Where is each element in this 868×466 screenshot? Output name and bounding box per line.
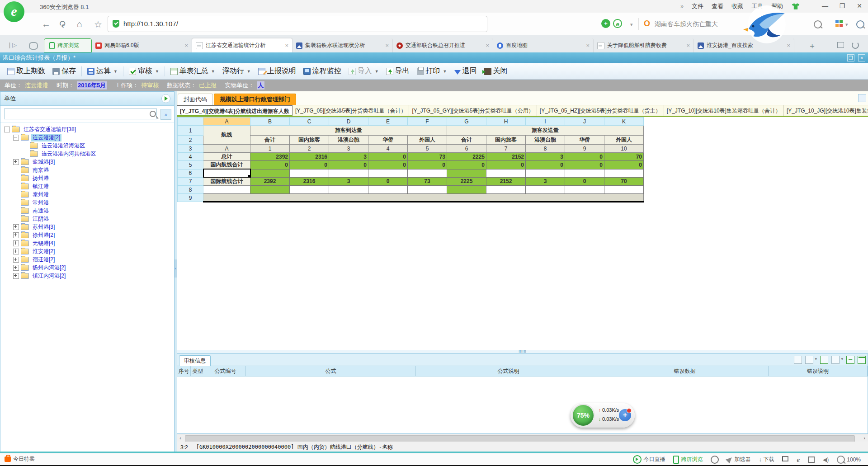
toolbar-button-上报说明[interactable]: 上报说明 xyxy=(255,65,300,78)
grid-code-cell[interactable]: 5 xyxy=(408,145,447,153)
grid-cell[interactable]: 0 xyxy=(604,161,644,169)
minimize-button[interactable]: — xyxy=(816,0,834,13)
sidebar-toggle-icon[interactable]: ❘▷ xyxy=(7,42,17,48)
column-header-I[interactable]: I xyxy=(526,118,565,126)
close-button[interactable]: ✕ xyxy=(851,0,868,13)
menu-collapse-icon[interactable]: » xyxy=(680,3,684,9)
grid-cell[interactable] xyxy=(486,169,526,177)
toolbar-button-取上期数[interactable]: 取上期数 xyxy=(4,65,49,78)
tree-item[interactable]: 南京港 xyxy=(0,166,174,174)
tree-item-label[interactable]: 连云港港内河其他港区 xyxy=(40,150,97,158)
grid-sub-header[interactable]: 合计 xyxy=(447,136,486,145)
tree-item-label[interactable]: 镇江港 xyxy=(31,183,50,190)
add-widget-button[interactable]: ＋ xyxy=(619,409,631,421)
tree-item[interactable]: 扬州港 xyxy=(0,174,174,182)
column-header-B[interactable]: B xyxy=(250,118,290,126)
grid-cell[interactable]: 3 xyxy=(329,177,368,186)
report-table-tab[interactable]: [Y_JTG_10][交统港10表]集装箱吞吐量（合计） xyxy=(664,105,784,116)
scroll-right-icon[interactable]: › xyxy=(861,435,868,442)
grid-cell[interactable] xyxy=(329,169,368,177)
grid-cell[interactable] xyxy=(447,169,486,177)
collapse-icon[interactable] xyxy=(13,135,19,141)
grid-cell[interactable]: 0 xyxy=(368,153,408,161)
home-icon[interactable]: ⌂ xyxy=(77,19,82,29)
tab-audit-info[interactable]: 审核信息 xyxy=(179,355,211,366)
toolbar-button-打印[interactable]: 打印▼ xyxy=(413,65,451,78)
grid-cell[interactable]: 3 xyxy=(526,153,565,161)
scrollbar-thumb[interactable] xyxy=(185,435,855,442)
grid-cell[interactable]: 3 xyxy=(526,177,565,186)
toolbar-button-关闭[interactable]: 关闭 xyxy=(481,65,511,78)
grid-cell[interactable]: 2225 xyxy=(447,153,486,161)
grid-sub-header[interactable]: 港澳台胞 xyxy=(526,136,565,145)
tree-item-label[interactable]: 南京港 xyxy=(31,166,50,174)
tree-item[interactable]: 泰州港 xyxy=(0,190,174,198)
chevron-down-icon[interactable]: ▾ xyxy=(845,22,848,28)
tab-close-icon[interactable]: × xyxy=(486,42,489,49)
grid-cell[interactable]: 2225 xyxy=(447,177,486,186)
grid-cell[interactable] xyxy=(250,169,290,177)
report-table-tab[interactable]: [Y_JTG_10_JG][交统港10表]集装箱吞吐量（ xyxy=(784,105,868,116)
find-in-page-icon[interactable] xyxy=(856,20,864,28)
grid-cell[interactable]: 2152 xyxy=(486,177,526,186)
column-header-K[interactable]: K xyxy=(604,118,644,126)
grid-cell[interactable]: 0 xyxy=(368,177,408,186)
tree-item[interactable]: 江阴港 xyxy=(0,215,174,223)
maximize-button[interactable]: ❐ xyxy=(834,0,851,13)
app-grid-icon[interactable] xyxy=(835,20,843,27)
bottombar-item[interactable] xyxy=(711,456,719,464)
expand-panel-icon[interactable] xyxy=(858,356,866,364)
tree-item-label[interactable]: 扬州内河港[2] xyxy=(31,264,67,272)
row-header[interactable]: 4 xyxy=(178,153,203,161)
grid-cell[interactable]: 70 xyxy=(604,153,644,161)
grid-code-cell[interactable]: 6 xyxy=(447,145,486,153)
tree-item[interactable]: 常州港 xyxy=(0,198,174,207)
grid-cell[interactable]: 0 xyxy=(565,153,604,161)
browser-tab[interactable]: 集装箱铁水联运现状分析× xyxy=(292,38,393,52)
tree-item-label[interactable]: 连云港港[2] xyxy=(31,134,61,141)
grid-code-cell[interactable]: 7 xyxy=(486,145,526,153)
grid-cell[interactable]: 3 xyxy=(329,153,368,161)
expand-icon[interactable] xyxy=(13,249,19,254)
expand-icon[interactable] xyxy=(13,224,19,230)
grid-cell[interactable] xyxy=(203,186,250,194)
tree-item-label[interactable]: 宿迁港[2] xyxy=(31,256,56,264)
grid-cell[interactable]: 0 xyxy=(565,177,604,186)
grid-cell[interactable] xyxy=(408,186,447,194)
sheet-tab[interactable]: 规模以上港口行政管理部门 xyxy=(214,94,296,105)
info-value[interactable]: 2016年5月 xyxy=(77,81,107,89)
grid-cell[interactable]: 0 xyxy=(447,161,486,169)
row-header[interactable]: 3 xyxy=(178,145,203,153)
browser-tab[interactable]: 江苏省交通运输统计分析× xyxy=(192,38,292,52)
search-icon[interactable] xyxy=(150,111,156,117)
grid-code-cell[interactable]: 4 xyxy=(368,145,408,153)
grid-sub-header[interactable]: 外国人 xyxy=(604,136,644,145)
toolbar-button-退回[interactable]: 退回 xyxy=(451,65,481,78)
grid-row-label[interactable]: 国内航线合计 xyxy=(203,161,250,169)
grid-sub-header[interactable]: 国内旅客 xyxy=(290,136,329,145)
collapse-icon[interactable] xyxy=(4,127,10,132)
preview-icon[interactable] xyxy=(831,356,840,364)
tree-item-label[interactable]: 镇江内河港[2] xyxy=(31,272,67,280)
grid-code-cell[interactable]: 1 xyxy=(250,145,290,153)
tree-item[interactable]: 宿迁港[2] xyxy=(0,255,174,264)
expand-icon[interactable] xyxy=(13,273,19,279)
sheet-tab[interactable]: 封面代码 xyxy=(178,94,213,105)
address-bar[interactable]: http://10.1.30.107/ xyxy=(108,16,487,32)
report-table-tab[interactable]: [Y_JTG_05][交统港5表]分货类吞吐量（合计） xyxy=(292,105,409,116)
report-table-tab[interactable]: [Y_JTG_4][交统港4表]分航线进出港旅客人数 xyxy=(177,105,292,116)
grid-corner-cell[interactable] xyxy=(178,118,203,126)
grid-sub-header[interactable]: 华侨 xyxy=(565,136,604,145)
search-input[interactable]: 湖南客车起火伤亡重大 xyxy=(655,20,718,28)
grid-cell[interactable] xyxy=(408,169,447,177)
grid-cell[interactable]: 0 xyxy=(565,161,604,169)
toolbar-button-审核[interactable]: 审核▼ xyxy=(125,65,163,78)
column-header-D[interactable]: D xyxy=(329,118,368,126)
grid-cell-selected[interactable] xyxy=(203,169,250,177)
new-tab-button[interactable]: ＋ xyxy=(808,41,816,51)
bottombar-item[interactable] xyxy=(808,457,815,463)
grid-cell[interactable]: 2392 xyxy=(250,153,290,161)
grid-cell[interactable]: 2316 xyxy=(290,153,329,161)
column-header-C[interactable]: C xyxy=(290,118,329,126)
report-table-tab[interactable]: [Y_JTG_05_HZ][交统港5表]分货类吞吐量（货主） xyxy=(537,105,664,116)
